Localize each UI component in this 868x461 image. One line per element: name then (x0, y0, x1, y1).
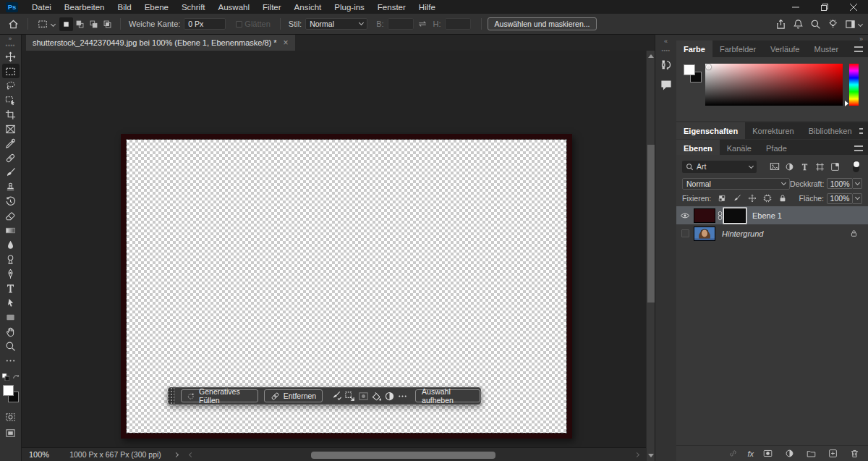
layer-name[interactable]: Hintergrund (722, 229, 763, 238)
eyedropper-tool[interactable] (2, 136, 20, 151)
background-layer-thumbnail[interactable] (694, 227, 715, 241)
add-mask-icon[interactable] (760, 447, 775, 460)
search-icon[interactable] (807, 16, 824, 32)
tab-eigenschaften[interactable]: Eigenschaften (676, 122, 745, 139)
opacity-chevron-icon[interactable] (853, 178, 862, 189)
scroll-up-icon[interactable] (648, 54, 654, 58)
horizontal-scrollbar-thumb[interactable] (311, 452, 495, 459)
zoom-tool[interactable] (2, 339, 20, 353)
selection-mode-subtract-button[interactable] (87, 17, 101, 31)
tab-farbfelder[interactable]: Farbfelder (712, 41, 763, 57)
edit-toolbar-ellipsis-icon[interactable] (2, 353, 20, 368)
hand-tool[interactable] (2, 324, 20, 339)
notifications-bell-icon[interactable] (789, 16, 807, 32)
menu-bearbeiten[interactable]: Bearbeiten (58, 3, 111, 12)
tab-kanaele[interactable]: Kanäle (720, 140, 759, 156)
home-button[interactable] (4, 16, 22, 32)
history-brush-tool[interactable] (2, 194, 20, 208)
opacity-value[interactable]: 100% (827, 178, 853, 189)
width-input[interactable] (388, 18, 414, 30)
layer-thumbnail[interactable] (694, 208, 715, 223)
tool-preset-chevron-icon[interactable] (51, 21, 56, 26)
workspace-chevron-icon[interactable] (858, 21, 863, 26)
panel-menu-icon[interactable] (854, 46, 863, 52)
lock-position-icon[interactable] (746, 192, 758, 205)
layer-filter-search[interactable]: Art (682, 161, 757, 173)
vertical-scrollbar[interactable] (646, 51, 655, 461)
selection-mode-new-button[interactable] (59, 17, 73, 31)
spot-healing-brush-tool[interactable] (2, 151, 20, 165)
layer-mask-thumbnail[interactable] (724, 208, 746, 223)
remove-button[interactable]: Entfernen (264, 389, 323, 402)
scroll-right-icon[interactable] (634, 452, 639, 457)
minimize-button[interactable] (781, 0, 810, 14)
dodge-tool[interactable] (2, 252, 20, 266)
menu-ebene[interactable]: Ebene (138, 3, 175, 12)
menu-schrift[interactable]: Schrift (175, 3, 212, 12)
filter-type-layers-icon[interactable] (797, 160, 812, 173)
frame-tool[interactable] (2, 122, 20, 136)
new-group-folder-icon[interactable] (804, 447, 819, 460)
swap-dimensions-icon[interactable] (414, 16, 431, 32)
lock-artboard-icon[interactable] (761, 192, 773, 205)
fill-value[interactable]: 100% (827, 193, 853, 204)
tab-close-icon[interactable]: × (284, 38, 289, 48)
selection-mode-add-button[interactable] (73, 17, 87, 31)
layer-style-fx-icon[interactable]: fx (747, 449, 754, 458)
tab-bibliotheken[interactable]: Bibliotheken (801, 122, 859, 139)
feather-input[interactable]: 0 Px (184, 18, 226, 30)
more-options-ellipsis-icon[interactable] (396, 389, 409, 403)
fill-chevron-icon[interactable] (853, 193, 862, 204)
gradient-tool[interactable] (2, 223, 20, 237)
restore-button[interactable] (810, 0, 839, 14)
quick-mask-button[interactable] (2, 410, 20, 424)
menu-bild[interactable]: Bild (111, 3, 137, 12)
menu-plugins[interactable]: Plug-ins (328, 3, 371, 12)
tab-verlaeufe[interactable]: Verläufe (763, 41, 807, 57)
blur-tool[interactable] (2, 237, 20, 252)
new-layer-icon[interactable] (825, 447, 841, 460)
layer-row-hintergrund[interactable]: Hintergrund (676, 224, 868, 242)
menu-hilfe[interactable]: Hilfe (412, 3, 442, 12)
height-input[interactable] (445, 18, 471, 30)
layer-row-ebene1[interactable]: Ebene 1 (676, 206, 868, 224)
object-selection-tool[interactable] (2, 93, 20, 107)
lock-transparency-icon[interactable] (715, 192, 728, 205)
tab-muster[interactable]: Muster (807, 41, 846, 57)
mask-link-chain-icon[interactable] (715, 211, 724, 221)
deselect-button[interactable]: Auswahl aufheben (415, 389, 480, 402)
tab-farbe[interactable]: Farbe (676, 41, 712, 57)
layer-visibility-eye-icon[interactable] (676, 211, 694, 221)
status-popup-chevron-icon[interactable] (174, 452, 179, 457)
menu-auswahl[interactable]: Auswahl (212, 3, 256, 12)
zoom-level[interactable]: 100% (29, 450, 49, 459)
crop-tool[interactable] (2, 107, 20, 122)
add-adjustment-layer-icon[interactable] (782, 447, 797, 460)
generative-fill-button[interactable]: Generatives Füllen (181, 389, 258, 402)
fill-selection-bucket-icon[interactable] (370, 389, 383, 403)
delete-layer-trash-icon[interactable] (847, 447, 862, 460)
swap-colors-icon[interactable] (12, 373, 20, 381)
hue-slider[interactable] (849, 64, 859, 106)
tab-ebenen[interactable]: Ebenen (676, 140, 720, 156)
antialias-checkbox[interactable] (236, 21, 242, 28)
style-dropdown[interactable]: Normal (305, 18, 367, 30)
pen-tool[interactable] (2, 266, 20, 281)
filter-toggle-switch[interactable] (853, 161, 859, 172)
toolbar-collapse-icon[interactable]: »▪▪▪▪ (0, 35, 21, 49)
color-picker-marker[interactable] (706, 64, 711, 69)
share-icon[interactable] (772, 16, 789, 32)
layer-name[interactable]: Ebene 1 (752, 211, 782, 220)
move-tool[interactable] (2, 49, 20, 64)
foreground-swatch[interactable] (684, 64, 695, 75)
lock-pixels-brush-icon[interactable] (731, 192, 743, 205)
mask-from-selection-icon[interactable] (357, 389, 370, 403)
menu-filter[interactable]: Filter (256, 3, 288, 12)
select-and-mask-button[interactable]: Auswählen und maskieren... (488, 17, 597, 30)
menu-ansicht[interactable]: Ansicht (288, 3, 328, 12)
scroll-left-icon[interactable] (189, 452, 194, 457)
modify-selection-brush-icon[interactable] (330, 389, 343, 403)
menu-datei[interactable]: Datei (25, 3, 58, 12)
panel-menu-icon[interactable] (859, 128, 863, 134)
foreground-background-swatches[interactable] (2, 385, 20, 404)
